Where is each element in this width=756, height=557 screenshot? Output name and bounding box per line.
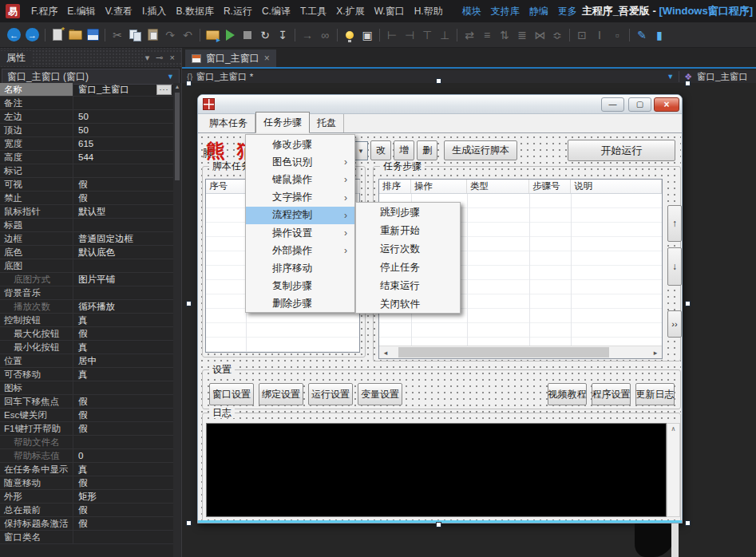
form-tab[interactable]: 托盘 bbox=[310, 114, 344, 132]
context-menu-item[interactable]: 键鼠操作 › bbox=[246, 171, 354, 188]
form-tab[interactable]: 任务步骤 bbox=[255, 112, 310, 133]
minimize-button[interactable]: — bbox=[601, 97, 624, 112]
property-row[interactable]: 播放次数 循环播放 bbox=[0, 300, 173, 314]
property-row[interactable]: 边框 普通固定边框 bbox=[0, 232, 173, 246]
scroll-up-icon[interactable]: ∧ bbox=[667, 424, 679, 434]
selection-handle[interactable] bbox=[685, 301, 691, 306]
selection-handle[interactable] bbox=[436, 78, 441, 84]
open-file-icon[interactable] bbox=[66, 26, 84, 45]
horizontal-scrollbar[interactable]: ◂ ▸ bbox=[379, 346, 662, 358]
context-menu-item[interactable]: 图色识别 › bbox=[246, 153, 354, 171]
selection-handle[interactable] bbox=[186, 520, 192, 526]
scrollbar-thumb[interactable] bbox=[175, 93, 180, 180]
settings-button[interactable]: 运行设置 bbox=[308, 383, 353, 405]
property-row[interactable]: 回车下移焦点 假 bbox=[0, 395, 173, 409]
selection-handle[interactable] bbox=[685, 81, 691, 86]
context-menu-item[interactable]: 修改步骤 bbox=[246, 136, 354, 153]
column-header[interactable]: 类型 bbox=[467, 180, 529, 193]
form-button[interactable]: 改 bbox=[370, 140, 391, 160]
property-row[interactable]: 备注 bbox=[0, 97, 173, 110]
context-menu-item[interactable]: 文字操作 › bbox=[246, 189, 354, 207]
center-vertical-icon[interactable]: ≣ bbox=[513, 26, 531, 45]
panel-pin-icon[interactable]: ⊸ bbox=[156, 53, 163, 63]
project-folder-icon[interactable] bbox=[204, 26, 221, 45]
settings-button[interactable]: 更新日志 bbox=[635, 383, 675, 405]
property-row[interactable]: 可视 假 bbox=[0, 178, 173, 192]
move-down-button[interactable]: ↓ bbox=[667, 247, 682, 286]
settings-button[interactable]: 变量设置 bbox=[358, 383, 402, 405]
property-row[interactable]: 高度 544 bbox=[0, 151, 173, 164]
scrollbar-track[interactable] bbox=[392, 346, 649, 358]
property-row[interactable]: 鼠标指针 默认型 bbox=[0, 205, 173, 219]
center-horizontal-icon[interactable]: ≡ bbox=[478, 26, 496, 45]
size-to-text-icon[interactable]: I bbox=[591, 26, 608, 45]
property-row[interactable]: 帮助文件名 bbox=[0, 436, 173, 449]
brush-icon[interactable]: ▮ bbox=[651, 26, 668, 45]
property-row[interactable]: 外形 矩形 bbox=[0, 490, 173, 504]
column-header[interactable]: 步骤号 bbox=[529, 180, 571, 193]
log-scrollbar[interactable]: ∧ bbox=[667, 423, 680, 517]
tab-close-icon[interactable]: × bbox=[264, 53, 270, 64]
context-menu-item[interactable]: 复制步骤 bbox=[246, 278, 354, 295]
scroll-up-icon[interactable]: ▲ bbox=[173, 83, 181, 91]
window-preview-icon[interactable]: ▣ bbox=[358, 26, 376, 45]
property-row[interactable]: 可否移动 真 bbox=[0, 368, 173, 381]
context-menu-item[interactable]: 删除步骤 bbox=[246, 295, 354, 313]
context-menu-item[interactable]: 排序移动 bbox=[246, 259, 354, 277]
undo-icon[interactable]: ↶ bbox=[179, 26, 196, 45]
compile-icon[interactable]: ↧ bbox=[274, 26, 291, 45]
editor-tab-active[interactable]: 窗口_主窗口 × bbox=[185, 49, 276, 67]
selection-handle[interactable] bbox=[186, 81, 192, 86]
copy-icon[interactable] bbox=[126, 26, 144, 45]
column-header[interactable]: 排序 bbox=[379, 180, 411, 193]
selection-handle[interactable] bbox=[436, 522, 441, 527]
submenu-item[interactable]: 跳到步骤 bbox=[356, 203, 460, 222]
expand-button[interactable]: ›› bbox=[667, 310, 682, 338]
property-row[interactable]: 位置 居中 bbox=[0, 354, 173, 368]
scrollbar-thumb[interactable] bbox=[398, 347, 609, 358]
back-icon[interactable]: ← bbox=[7, 28, 21, 41]
menubar-item[interactable]: W.窗口 bbox=[370, 5, 410, 18]
stop-icon[interactable] bbox=[239, 26, 256, 45]
submenu-item[interactable]: 重新开始 bbox=[356, 222, 460, 240]
menubar-item[interactable]: E.编辑 bbox=[62, 5, 100, 18]
property-row[interactable]: 随意移动 假 bbox=[0, 476, 173, 490]
color-picker-icon[interactable]: ✎ bbox=[633, 26, 651, 45]
start-run-button[interactable]: 开始运行 bbox=[568, 140, 675, 161]
property-row[interactable]: Esc键关闭 假 bbox=[0, 409, 173, 422]
property-row[interactable]: 帮助标志值 0 bbox=[0, 449, 173, 463]
ellipsis-button[interactable]: ··· bbox=[156, 85, 172, 95]
save-icon[interactable] bbox=[84, 26, 101, 45]
menubar-item[interactable]: T.工具 bbox=[295, 5, 331, 18]
menubar-item[interactable]: H.帮助 bbox=[410, 5, 448, 18]
property-row[interactable]: 底图方式 图片平铺 bbox=[0, 273, 173, 286]
space-vertical-icon[interactable]: ⇅ bbox=[496, 26, 513, 45]
submenu-item[interactable]: 关闭软件 bbox=[356, 295, 460, 314]
column-header[interactable]: 序号 bbox=[206, 180, 246, 193]
hint-bulb-icon[interactable] bbox=[341, 26, 358, 45]
maximize-button[interactable]: ▢ bbox=[628, 97, 651, 112]
form-button[interactable]: 生成运行脚本 bbox=[444, 140, 517, 160]
menubar-item[interactable]: X.扩展 bbox=[331, 5, 369, 18]
property-row[interactable]: 底色 默认底色 bbox=[0, 246, 173, 259]
submenu-item[interactable]: 结束运行 bbox=[356, 277, 460, 295]
menubar-item[interactable]: R.运行 bbox=[219, 5, 257, 18]
settings-button[interactable]: 程序设置 bbox=[592, 383, 631, 405]
menubar-link[interactable]: 更多 bbox=[553, 5, 582, 18]
forward-icon[interactable]: → bbox=[26, 28, 39, 41]
property-row[interactable]: 窗口类名 bbox=[0, 531, 173, 544]
property-row[interactable]: 最大化按钮 假 bbox=[0, 327, 173, 341]
property-row[interactable]: 标题 bbox=[0, 219, 173, 232]
property-row[interactable]: 在任务条中显示 真 bbox=[0, 463, 173, 476]
property-row[interactable]: 总在最前 假 bbox=[0, 504, 173, 517]
context-menu-item[interactable]: 外部操作 › bbox=[246, 242, 354, 259]
align-top-icon[interactable]: ⊤ bbox=[418, 26, 436, 45]
move-up-button[interactable]: ↑ bbox=[667, 205, 682, 242]
panel-close-icon[interactable]: × bbox=[170, 53, 175, 63]
breadcrumb-object[interactable]: 窗口_主窗口 bbox=[697, 71, 756, 83]
scroll-right-icon[interactable]: ▸ bbox=[649, 346, 662, 358]
align-bottom-icon[interactable]: ⊥ bbox=[436, 26, 453, 45]
context-menu-item[interactable]: 流程控制 › bbox=[246, 207, 354, 224]
property-row[interactable]: 左边 50 bbox=[0, 110, 173, 124]
form-button[interactable]: 增 bbox=[394, 140, 414, 160]
